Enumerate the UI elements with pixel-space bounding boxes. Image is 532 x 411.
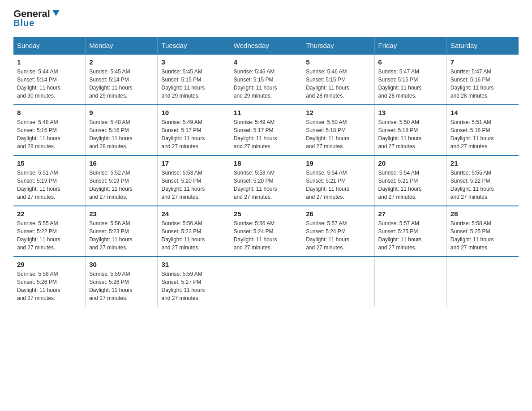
calendar-cell: 14 Sunrise: 5:51 AM Sunset: 5:18 PM Dayl… [446, 105, 519, 155]
logo: General Blue [13, 9, 60, 28]
day-number: 26 [306, 210, 370, 218]
day-info: Sunrise: 5:56 AM Sunset: 5:24 PM Dayligh… [234, 219, 298, 252]
day-info: Sunrise: 5:59 AM Sunset: 5:26 PM Dayligh… [89, 270, 154, 302]
day-info: Sunrise: 5:53 AM Sunset: 5:20 PM Dayligh… [161, 169, 226, 201]
calendar-cell: 5 Sunrise: 5:46 AM Sunset: 5:15 PM Dayli… [302, 54, 374, 105]
calendar-cell: 30 Sunrise: 5:59 AM Sunset: 5:26 PM Dayl… [86, 257, 158, 307]
day-number: 21 [450, 159, 515, 167]
calendar-cell: 8 Sunrise: 5:48 AM Sunset: 5:16 PM Dayli… [13, 105, 86, 155]
day-info: Sunrise: 5:51 AM Sunset: 5:18 PM Dayligh… [450, 118, 515, 150]
day-number: 2 [89, 58, 154, 66]
day-number: 18 [234, 159, 298, 167]
calendar-week-4: 22 Sunrise: 5:55 AM Sunset: 5:22 PM Dayl… [13, 206, 519, 257]
logo-general-text: General [13, 9, 50, 19]
day-number: 12 [306, 109, 370, 116]
day-number: 8 [17, 109, 82, 116]
calendar-cell: 7 Sunrise: 5:47 AM Sunset: 5:16 PM Dayli… [446, 54, 519, 105]
calendar-cell: 31 Sunrise: 5:59 AM Sunset: 5:27 PM Dayl… [158, 257, 230, 307]
day-number: 22 [17, 210, 82, 218]
calendar-cell: 28 Sunrise: 5:58 AM Sunset: 5:25 PM Dayl… [446, 206, 519, 257]
day-number: 5 [306, 58, 370, 66]
calendar-cell: 25 Sunrise: 5:56 AM Sunset: 5:24 PM Dayl… [230, 206, 302, 257]
day-info: Sunrise: 5:49 AM Sunset: 5:17 PM Dayligh… [161, 118, 226, 150]
day-info: Sunrise: 5:59 AM Sunset: 5:27 PM Dayligh… [161, 270, 226, 302]
calendar-week-5: 29 Sunrise: 5:58 AM Sunset: 5:26 PM Dayl… [13, 257, 519, 307]
day-info: Sunrise: 5:56 AM Sunset: 5:23 PM Dayligh… [89, 219, 154, 252]
day-info: Sunrise: 5:46 AM Sunset: 5:15 PM Dayligh… [234, 68, 298, 100]
calendar-cell: 23 Sunrise: 5:56 AM Sunset: 5:23 PM Dayl… [86, 206, 158, 257]
day-info: Sunrise: 5:47 AM Sunset: 5:16 PM Dayligh… [450, 68, 515, 100]
day-info: Sunrise: 5:48 AM Sunset: 5:16 PM Dayligh… [89, 118, 154, 150]
calendar-cell: 18 Sunrise: 5:53 AM Sunset: 5:20 PM Dayl… [230, 155, 302, 206]
day-info: Sunrise: 5:58 AM Sunset: 5:25 PM Dayligh… [450, 219, 515, 252]
weekday-row: SundayMondayTuesdayWednesdayThursdayFrid… [13, 37, 519, 54]
day-number: 30 [89, 261, 154, 268]
calendar-cell: 4 Sunrise: 5:46 AM Sunset: 5:15 PM Dayli… [230, 54, 302, 105]
calendar-cell: 2 Sunrise: 5:45 AM Sunset: 5:14 PM Dayli… [86, 54, 158, 105]
day-number: 29 [17, 261, 82, 268]
day-info: Sunrise: 5:51 AM Sunset: 5:19 PM Dayligh… [17, 169, 82, 201]
calendar-header: SundayMondayTuesdayWednesdayThursdayFrid… [13, 37, 519, 54]
day-number: 23 [89, 210, 154, 218]
logo-blue-text: Blue [13, 18, 34, 28]
day-info: Sunrise: 5:50 AM Sunset: 5:18 PM Dayligh… [306, 118, 370, 150]
day-info: Sunrise: 5:45 AM Sunset: 5:15 PM Dayligh… [161, 68, 226, 100]
calendar-cell: 9 Sunrise: 5:48 AM Sunset: 5:16 PM Dayli… [86, 105, 158, 155]
calendar-cell: 20 Sunrise: 5:54 AM Sunset: 5:21 PM Dayl… [374, 155, 446, 206]
calendar-cell: 10 Sunrise: 5:49 AM Sunset: 5:17 PM Dayl… [158, 105, 230, 155]
day-info: Sunrise: 5:54 AM Sunset: 5:21 PM Dayligh… [378, 169, 443, 201]
calendar-cell: 29 Sunrise: 5:58 AM Sunset: 5:26 PM Dayl… [13, 257, 86, 307]
day-number: 6 [378, 58, 443, 66]
day-number: 10 [161, 109, 226, 116]
calendar-cell: 12 Sunrise: 5:50 AM Sunset: 5:18 PM Dayl… [302, 105, 374, 155]
calendar-week-3: 15 Sunrise: 5:51 AM Sunset: 5:19 PM Dayl… [13, 155, 519, 206]
calendar-cell [446, 257, 519, 307]
weekday-header-friday: Friday [374, 37, 446, 54]
calendar-cell: 1 Sunrise: 5:44 AM Sunset: 5:14 PM Dayli… [13, 54, 86, 105]
weekday-header-sunday: Sunday [13, 37, 86, 54]
day-number: 27 [378, 210, 443, 218]
calendar-cell: 27 Sunrise: 5:57 AM Sunset: 5:25 PM Dayl… [374, 206, 446, 257]
day-number: 13 [378, 109, 443, 116]
calendar-cell: 15 Sunrise: 5:51 AM Sunset: 5:19 PM Dayl… [13, 155, 86, 206]
calendar-cell: 3 Sunrise: 5:45 AM Sunset: 5:15 PM Dayli… [158, 54, 230, 105]
weekday-header-tuesday: Tuesday [158, 37, 230, 54]
day-number: 31 [161, 261, 226, 268]
page-header: General Blue [13, 9, 519, 28]
day-info: Sunrise: 5:49 AM Sunset: 5:17 PM Dayligh… [234, 118, 298, 150]
calendar-cell: 11 Sunrise: 5:49 AM Sunset: 5:17 PM Dayl… [230, 105, 302, 155]
day-number: 15 [17, 159, 82, 167]
day-number: 17 [161, 159, 226, 167]
day-number: 24 [161, 210, 226, 218]
day-number: 7 [450, 58, 515, 66]
calendar-cell: 21 Sunrise: 5:55 AM Sunset: 5:22 PM Dayl… [446, 155, 519, 206]
calendar-body: 1 Sunrise: 5:44 AM Sunset: 5:14 PM Dayli… [13, 54, 519, 307]
weekday-header-thursday: Thursday [302, 37, 374, 54]
weekday-header-monday: Monday [86, 37, 158, 54]
day-number: 16 [89, 159, 154, 167]
day-info: Sunrise: 5:44 AM Sunset: 5:14 PM Dayligh… [17, 68, 82, 100]
day-number: 9 [89, 109, 154, 116]
day-number: 1 [17, 58, 82, 66]
day-info: Sunrise: 5:56 AM Sunset: 5:23 PM Dayligh… [161, 219, 226, 252]
day-info: Sunrise: 5:50 AM Sunset: 5:18 PM Dayligh… [378, 118, 443, 150]
calendar-cell: 17 Sunrise: 5:53 AM Sunset: 5:20 PM Dayl… [158, 155, 230, 206]
day-info: Sunrise: 5:54 AM Sunset: 5:21 PM Dayligh… [306, 169, 370, 201]
calendar-table: SundayMondayTuesdayWednesdayThursdayFrid… [13, 37, 519, 307]
calendar-cell: 13 Sunrise: 5:50 AM Sunset: 5:18 PM Dayl… [374, 105, 446, 155]
day-info: Sunrise: 5:58 AM Sunset: 5:26 PM Dayligh… [17, 270, 82, 302]
day-number: 14 [450, 109, 515, 116]
svg-marker-0 [52, 10, 60, 16]
calendar-cell: 22 Sunrise: 5:55 AM Sunset: 5:22 PM Dayl… [13, 206, 86, 257]
day-info: Sunrise: 5:53 AM Sunset: 5:20 PM Dayligh… [234, 169, 298, 201]
calendar-cell [230, 257, 302, 307]
day-info: Sunrise: 5:48 AM Sunset: 5:16 PM Dayligh… [17, 118, 82, 150]
calendar-cell: 6 Sunrise: 5:47 AM Sunset: 5:15 PM Dayli… [374, 54, 446, 105]
calendar-cell: 16 Sunrise: 5:52 AM Sunset: 5:19 PM Dayl… [86, 155, 158, 206]
day-number: 25 [234, 210, 298, 218]
day-info: Sunrise: 5:45 AM Sunset: 5:14 PM Dayligh… [89, 68, 154, 100]
day-info: Sunrise: 5:57 AM Sunset: 5:24 PM Dayligh… [306, 219, 370, 252]
day-number: 4 [234, 58, 298, 66]
day-number: 11 [234, 109, 298, 116]
calendar-week-1: 1 Sunrise: 5:44 AM Sunset: 5:14 PM Dayli… [13, 54, 519, 105]
